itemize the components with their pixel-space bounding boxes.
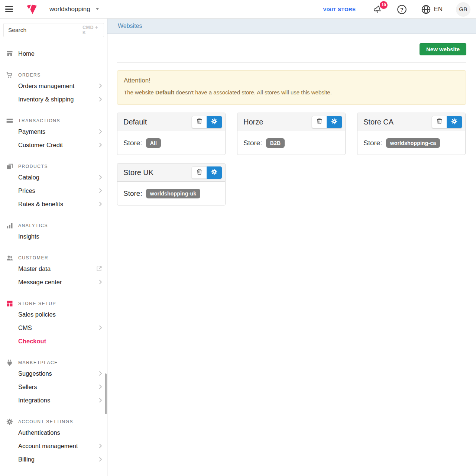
help-button[interactable]: ? (397, 4, 407, 14)
section-header-marketplace: MARKETPLACE (0, 359, 107, 367)
sidebar-item-label: Inventory & shipping (18, 96, 74, 103)
hamburger-menu-button[interactable] (0, 0, 18, 18)
sidebar-item-label: Account management (18, 443, 78, 450)
sidebar-item-sellers[interactable]: Sellers (0, 380, 107, 394)
notification-count-badge: 10 (380, 1, 388, 9)
card-actions (312, 116, 342, 128)
breadcrumb-websites[interactable]: Websites (118, 23, 142, 29)
sidebar-item-rates-benefits[interactable]: Rates & benefits (0, 197, 107, 211)
section-label: STORE SETUP (18, 301, 56, 306)
sidebar-item-checkout[interactable]: Checkout (0, 334, 107, 348)
chevron-right-icon (99, 398, 102, 403)
sidebar-item-master-data[interactable]: Master data (0, 262, 107, 275)
alert-text-bold: Default (155, 89, 174, 95)
sidebar-scrollbar-thumb[interactable] (105, 373, 107, 414)
sidebar-item-label: Home (18, 50, 35, 57)
sidebar-item-label: Billing (18, 456, 35, 463)
sidebar-item-customer-credit[interactable]: Customer Credit (0, 138, 107, 152)
delete-website-button[interactable] (312, 116, 327, 128)
delete-website-button[interactable] (192, 166, 207, 179)
external-link-icon (96, 266, 102, 272)
gear-icon (331, 118, 338, 126)
delete-website-button[interactable] (432, 116, 447, 128)
sidebar-item-insights[interactable]: Insights (0, 230, 107, 243)
sidebar-item-integrations[interactable]: Integrations (0, 394, 107, 407)
sidebar-item-label: Suggestions (18, 370, 52, 377)
breadcrumb: Websites (107, 19, 476, 34)
user-avatar[interactable]: GB (456, 2, 470, 17)
notifications-button[interactable]: 10 (373, 4, 383, 14)
search-shortcut-hint: CMD + K (82, 25, 104, 35)
card-actions (192, 116, 222, 128)
configure-website-button[interactable] (207, 166, 222, 179)
sidebar-item-catalog[interactable]: Catalog (0, 171, 107, 184)
brand-logo-icon (26, 4, 37, 14)
store-label: Store: (123, 139, 142, 147)
section-header-orders: ORDERS (0, 71, 107, 79)
brand-switcher[interactable]: worldshopping (26, 4, 99, 14)
sidebar-item-label: CMS (18, 324, 32, 331)
card-actions (432, 116, 462, 128)
chevron-down-icon (96, 8, 99, 10)
sidebar-item-sales-policies[interactable]: Sales policies (0, 308, 107, 321)
card-header: Store CA (357, 113, 465, 131)
section-label: CUSTOMER (18, 255, 48, 260)
store-label: Store: (243, 139, 262, 147)
sidebar-item-label: Sellers (18, 383, 37, 391)
chevron-right-icon (99, 201, 102, 207)
sidebar-item-prices[interactable]: Prices (0, 184, 107, 197)
section-header-transactions: TRANSACTIONS (0, 117, 107, 125)
configure-website-button[interactable] (447, 116, 462, 128)
store-label: Store: (123, 190, 142, 198)
search-input[interactable] (4, 27, 82, 33)
sidebar-item-label: Message center (18, 279, 62, 286)
sidebar-item-suggestions[interactable]: Suggestions (0, 367, 107, 380)
section-label: ANALYTICS (18, 223, 48, 228)
sidebar-item-orders-management[interactable]: Orders management (0, 79, 107, 93)
globe-icon (421, 4, 431, 14)
configure-website-button[interactable] (327, 116, 342, 128)
card-header: Horze (237, 113, 345, 131)
section-label: ACCOUNT SETTINGS (18, 419, 73, 424)
gear-icon (211, 118, 218, 126)
top-bar-actions: VISIT STORE 10 ? (323, 0, 476, 19)
trash-icon (196, 168, 203, 177)
chevron-right-icon (99, 457, 102, 462)
sidebar-item-label: Insights (18, 233, 39, 240)
new-website-button[interactable]: New website (420, 43, 466, 55)
website-card-horze: HorzeStore:B2B (237, 113, 346, 155)
sidebar-item-payments[interactable]: Payments (0, 125, 107, 138)
sidebar-section-store-setup: STORE SETUPSales policiesCMSCheckout (0, 299, 107, 348)
sidebar-item-message-center[interactable]: Message center (0, 275, 107, 289)
configure-website-button[interactable] (207, 116, 222, 128)
card-body: Store:All (117, 131, 225, 155)
sidebar-item-label: Rates & benefits (18, 201, 63, 208)
delete-website-button[interactable] (192, 116, 207, 128)
chevron-right-icon (99, 97, 102, 102)
gear-icon (211, 168, 218, 177)
language-selector[interactable]: EN (421, 4, 443, 14)
section-header-analytics: ANALYTICS (0, 221, 107, 230)
bar-chart-icon (6, 222, 13, 229)
trash-icon (316, 117, 323, 126)
website-title: Store CA (363, 118, 432, 126)
sidebar-item-account-management[interactable]: Account management (0, 439, 107, 453)
visit-store-link[interactable]: VISIT STORE (323, 7, 356, 12)
storefront-icon (6, 50, 13, 57)
card-body: Store:B2B (237, 131, 345, 155)
hamburger-bar (5, 9, 13, 10)
sidebar-item-label: Orders management (18, 82, 74, 90)
sidebar-item-label: Customer Credit (18, 142, 63, 149)
card-body: Store:worldshopping-uk (117, 182, 225, 205)
sidebar-item-home[interactable]: Home (0, 47, 107, 60)
alert-text-after: doesn't have a associated store. All sto… (176, 89, 332, 95)
sidebar-item-billing[interactable]: Billing (0, 453, 107, 466)
language-label: EN (434, 6, 443, 13)
website-title: Horze (243, 118, 312, 126)
sidebar-item-inventory-shipping[interactable]: Inventory & shipping (0, 93, 107, 106)
sidebar-item-cms[interactable]: CMS (0, 321, 107, 334)
sidebar: CMD + K Home ORDERSOrders managementInve… (0, 19, 107, 476)
store-badge: B2B (266, 138, 285, 148)
sidebar-item-authentications[interactable]: Authentications (0, 426, 107, 439)
sidebar-item-label: Sales policies (18, 311, 56, 318)
